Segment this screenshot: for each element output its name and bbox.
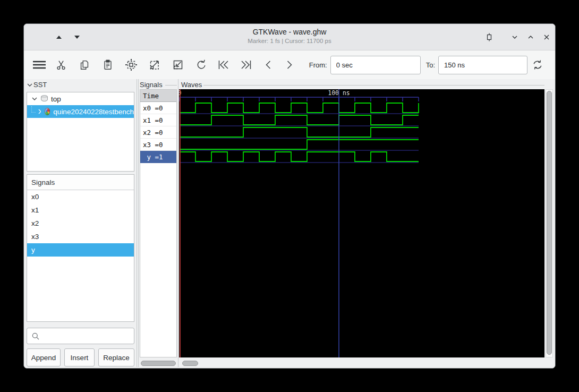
step-back-button[interactable]: [258, 54, 278, 75]
sst-label: SST: [33, 81, 47, 89]
signals-list-item-x3[interactable]: x3: [27, 230, 134, 243]
signals-list-item-y[interactable]: y: [27, 243, 134, 257]
zoom-out-icon: [172, 58, 184, 71]
wave-name-row[interactable]: y =1: [140, 151, 176, 163]
append-button[interactable]: Append: [27, 348, 61, 367]
wave-canvas[interactable]: 0100 ns: [179, 89, 544, 357]
sst-tree[interactable]: top quine20240228testbench: [27, 92, 134, 172]
waves-frame-label: Waves: [181, 81, 202, 89]
zoom-out-button[interactable]: [168, 54, 188, 75]
frame-line: [165, 85, 177, 86]
skip-to-end-icon: [239, 58, 253, 71]
toolbar: From: To:: [24, 50, 555, 79]
signals-list-item-x2[interactable]: x2: [27, 217, 134, 230]
skip-to-start-icon: [217, 58, 231, 71]
reload-button[interactable]: [527, 54, 548, 75]
paste-button[interactable]: [98, 54, 118, 75]
tree-row-testbench[interactable]: quine20240228testbench: [27, 105, 134, 118]
scrollbar-thumb[interactable]: [141, 361, 176, 366]
from-label: From:: [309, 61, 327, 69]
gtkwave-window: GTKWave - wave.ghw Marker: 1 fs | Cursor…: [23, 23, 556, 369]
wave-name-row[interactable]: x0 =0: [140, 102, 176, 114]
insert-button[interactable]: Insert: [64, 348, 95, 367]
replace-button[interactable]: Replace: [98, 348, 134, 367]
copy-button[interactable]: [74, 54, 95, 75]
signals-list-panel: Signals x0x1x2x3y: [27, 174, 134, 322]
zoom-fit-button[interactable]: [121, 54, 141, 75]
close-button[interactable]: [540, 31, 553, 43]
to-label: To:: [426, 61, 435, 69]
menu-icon: [31, 58, 47, 71]
chevron-down-icon[interactable]: [32, 97, 37, 101]
wave-name-row[interactable]: x2 =0: [140, 126, 176, 139]
restore-button[interactable]: [483, 31, 496, 43]
window-title: GTKWave - wave.ghw: [24, 28, 555, 36]
tree-top-label: top: [51, 95, 61, 103]
zoom-undo-icon: [195, 58, 208, 71]
wave-signals-frame-label: Signals: [140, 81, 163, 89]
scrollbar-thumb[interactable]: [182, 361, 198, 366]
close-icon: [543, 33, 550, 41]
chevron-up-icon: [527, 33, 534, 41]
pane-splitter[interactable]: [137, 79, 137, 367]
signals-list-item-x1[interactable]: x1: [27, 203, 134, 217]
zoom-fit-icon: [125, 58, 138, 71]
to-input[interactable]: [438, 56, 527, 74]
from-input[interactable]: [330, 56, 421, 74]
title-area: GTKWave - wave.ghw Marker: 1 fs | Cursor…: [24, 28, 555, 44]
wave-hscrollbar[interactable]: [179, 360, 552, 367]
cut-icon: [55, 59, 67, 71]
copy-icon: [79, 59, 90, 71]
signals-list-header: Signals: [27, 175, 134, 190]
step-forward-icon: [284, 58, 295, 71]
tree-row-top[interactable]: top: [27, 92, 134, 105]
pane-splitter[interactable]: [138, 79, 139, 367]
signal-search-box[interactable]: [27, 328, 134, 344]
wave-name-panel[interactable]: Time x0 =0x1 =0x2 =0x3 =0 y =1: [140, 89, 177, 357]
wave-name-row[interactable]: x1 =0: [140, 114, 176, 126]
sst-expander[interactable]: SST: [27, 81, 47, 89]
menu-button[interactable]: [29, 54, 49, 75]
database-icon: [41, 95, 48, 103]
step-forward-button[interactable]: [279, 54, 300, 75]
tree-guide: [31, 106, 36, 113]
chevron-down-icon: [27, 83, 32, 87]
maximize-button[interactable]: [524, 31, 537, 43]
waveform-plot[interactable]: 0100 ns: [179, 89, 544, 357]
frame-line: [203, 85, 544, 86]
marker-cursor-status: Marker: 1 fs | Cursor: 11700 ps: [24, 38, 555, 44]
reload-icon: [531, 58, 544, 71]
skip-to-start-button[interactable]: [214, 54, 234, 75]
scrollbar-thumb[interactable]: [547, 91, 552, 355]
cut-button[interactable]: [51, 54, 71, 75]
chevron-down-icon: [511, 33, 518, 41]
restore-icon: [485, 33, 493, 41]
signals-list-item-x0[interactable]: x0: [27, 190, 134, 203]
pane-splitter[interactable]: [178, 79, 178, 367]
minimize-button[interactable]: [508, 31, 521, 43]
skip-to-end-button[interactable]: [236, 54, 256, 75]
wave-name-row[interactable]: x3 =0: [140, 139, 176, 151]
step-back-icon: [263, 58, 274, 71]
main-area: SST top quine20240228testbench Signals x…: [24, 79, 555, 368]
wave-vscrollbar[interactable]: [546, 89, 553, 357]
paste-icon: [102, 59, 114, 71]
zoom-in-button[interactable]: [144, 54, 165, 75]
name-panel-hscrollbar[interactable]: [140, 360, 177, 367]
search-icon: [31, 332, 40, 340]
titlebar[interactable]: GTKWave - wave.ghw Marker: 1 fs | Cursor…: [24, 24, 555, 50]
zoom-undo-button[interactable]: [191, 54, 211, 75]
chevron-right-icon[interactable]: [38, 109, 41, 114]
zoom-in-icon: [148, 58, 161, 71]
time-header[interactable]: Time: [140, 90, 176, 102]
tree-testbench-label: quine20240228testbench: [53, 108, 134, 116]
module-icon: [45, 108, 50, 115]
